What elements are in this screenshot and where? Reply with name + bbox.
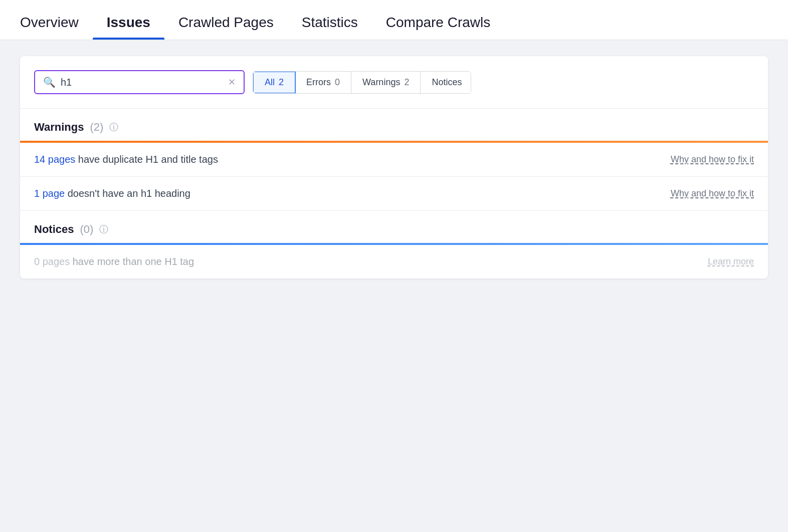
clear-icon[interactable]: ✕ [228, 77, 236, 88]
filter-errors-button[interactable]: Errors 0 [295, 72, 351, 93]
tab-statistics[interactable]: Statistics [288, 15, 372, 40]
filter-buttons: All 2 Errors 0 Warnings 2 Notices [253, 71, 471, 94]
warnings-title: Warnings [34, 121, 84, 134]
notices-title: Notices [34, 223, 74, 236]
search-box[interactable]: 🔍 ✕ [34, 70, 245, 94]
filter-notices-button[interactable]: Notices [421, 72, 471, 93]
filter-bar: 🔍 ✕ All 2 Errors 0 Warnings 2 [20, 56, 768, 109]
top-navigation: Overview Issues Crawled Pages Statistics… [0, 0, 788, 40]
warning-1-text: 14 pages have duplicate H1 and title tag… [34, 154, 659, 165]
notice-1-fix-link[interactable]: Learn more [708, 256, 754, 267]
warning-2-description: doesn't have an h1 heading [65, 188, 190, 199]
warning-1-description: have duplicate H1 and title tags [75, 154, 218, 165]
warning-2-pages-link[interactable]: 1 page [34, 188, 65, 199]
warning-2-text: 1 page doesn't have an h1 heading [34, 188, 659, 199]
warning-1-fix-link[interactable]: Why and how to fix it [671, 154, 754, 165]
warnings-count: (2) [90, 121, 103, 134]
notice-1-text: 0 pages have more than one H1 tag [34, 256, 696, 268]
warning-1-pages-link[interactable]: 14 pages [34, 154, 75, 165]
issues-card: 🔍 ✕ All 2 Errors 0 Warnings 2 [20, 56, 768, 279]
filter-warnings-button[interactable]: Warnings 2 [351, 72, 421, 93]
warning-row-2: 1 page doesn't have an h1 heading Why an… [20, 177, 768, 211]
warnings-section-header: Warnings (2) ⓘ [20, 109, 768, 141]
search-input[interactable] [61, 77, 223, 88]
filter-warnings-label: Warnings [362, 77, 400, 88]
tab-compare-crawls[interactable]: Compare Crawls [372, 15, 505, 40]
warning-2-fix-link[interactable]: Why and how to fix it [671, 188, 754, 199]
notices-info-icon[interactable]: ⓘ [99, 223, 108, 235]
filter-all-label: All [265, 77, 275, 88]
tab-crawled-pages[interactable]: Crawled Pages [164, 15, 288, 40]
notice-1-description: have more than one H1 tag [70, 256, 194, 267]
tab-issues[interactable]: Issues [93, 15, 164, 40]
notice-row-1: 0 pages have more than one H1 tag Learn … [20, 245, 768, 279]
warnings-info-icon[interactable]: ⓘ [109, 121, 118, 133]
filter-all-button[interactable]: All 2 [253, 71, 296, 94]
search-icon: 🔍 [43, 76, 56, 88]
tab-overview[interactable]: Overview [20, 15, 93, 40]
filter-notices-label: Notices [432, 77, 462, 88]
filter-warnings-count: 2 [404, 77, 409, 88]
filter-errors-label: Errors [306, 77, 331, 88]
filter-all-count: 2 [279, 77, 284, 88]
warning-row-1: 14 pages have duplicate H1 and title tag… [20, 143, 768, 177]
notices-section-header: Notices (0) ⓘ [20, 211, 768, 243]
notice-1-pages-link[interactable]: 0 pages [34, 256, 70, 267]
notices-count: (0) [80, 223, 93, 236]
filter-errors-count: 0 [335, 77, 340, 88]
main-content: 🔍 ✕ All 2 Errors 0 Warnings 2 [0, 40, 788, 295]
